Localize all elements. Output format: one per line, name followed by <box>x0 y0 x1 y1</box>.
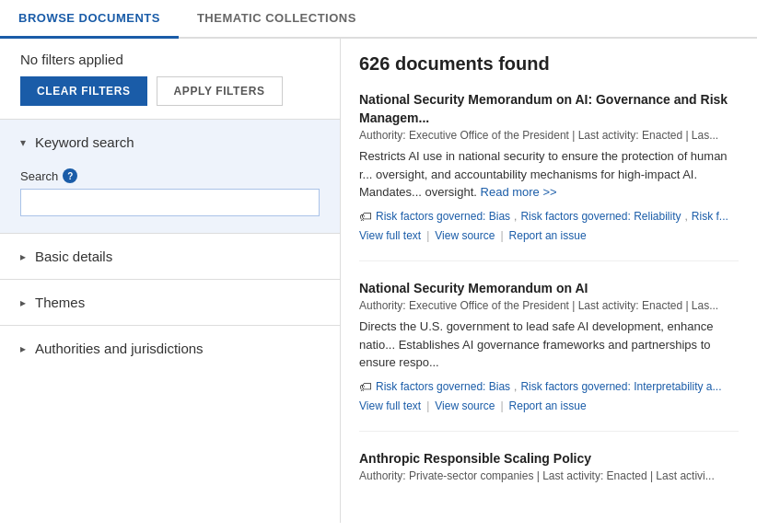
search-help-icon[interactable]: ? <box>63 168 77 183</box>
doc-meta: Authority: Executive Office of the Presi… <box>359 299 739 312</box>
keyword-search-section: ▾ Keyword search Search ? <box>0 119 340 233</box>
tab-browse-documents[interactable]: Browse Documents <box>0 0 179 39</box>
doc-actions: View full text | View source | Report an… <box>359 399 739 412</box>
authorities-label: Authorities and jurisdictions <box>35 341 204 356</box>
search-input[interactable] <box>20 189 320 216</box>
doc-title: National Security Memorandum on AI: Gove… <box>359 91 739 127</box>
themes-chevron-icon: ▸ <box>20 296 26 309</box>
tag-link[interactable]: Risk factors governed: Reliability <box>520 210 681 223</box>
doc-desc: Restricts AI use in national security to… <box>359 147 739 202</box>
themes-header[interactable]: ▸ Themes <box>0 280 340 325</box>
filter-buttons: CLEAR FILTERS APPLY FILTERS <box>0 76 340 119</box>
clear-filters-button[interactable]: CLEAR FILTERS <box>20 76 147 106</box>
basic-details-section: ▸ Basic details <box>0 233 340 279</box>
report-issue-link[interactable]: Report an issue <box>509 229 587 242</box>
tag-link[interactable]: Risk factors governed: Bias <box>376 210 510 223</box>
report-issue-link[interactable]: Report an issue <box>509 399 587 412</box>
document-item: National Security Memorandum on AI: Gove… <box>359 91 739 261</box>
results-count: 626 documents found <box>359 53 739 75</box>
basic-details-label: Basic details <box>35 249 112 264</box>
tag-icon: 🏷 <box>359 379 372 394</box>
authorities-header[interactable]: ▸ Authorities and jurisdictions <box>0 326 340 371</box>
keyword-search-header[interactable]: ▾ Keyword search <box>0 120 340 159</box>
doc-actions: View full text | View source | Report an… <box>359 229 739 242</box>
view-full-text-link[interactable]: View full text <box>359 399 421 412</box>
results-panel: 626 documents found National Security Me… <box>341 39 757 523</box>
document-item: Anthropic Responsible Scaling Policy Aut… <box>359 450 739 507</box>
themes-label: Themes <box>35 295 85 310</box>
tag-link[interactable]: Risk factors governed: Interpretability … <box>520 380 721 393</box>
doc-desc: Directs the U.S. government to lead safe… <box>359 318 739 372</box>
authorities-chevron-icon: ▸ <box>20 342 26 355</box>
main-layout: No filters applied CLEAR FILTERS APPLY F… <box>0 39 757 523</box>
search-label-text: Search <box>20 169 58 183</box>
keyword-search-body: Search ? <box>0 159 340 233</box>
themes-section: ▸ Themes <box>0 279 340 325</box>
search-field-label: Search ? <box>20 168 320 183</box>
doc-title: National Security Memorandum on AI <box>359 280 739 298</box>
tab-thematic-collections[interactable]: Thematic Collections <box>179 0 375 39</box>
basic-details-header[interactable]: ▸ Basic details <box>0 234 340 279</box>
doc-tags: 🏷 Risk factors governed: Bias , Risk fac… <box>359 379 739 394</box>
read-more-link[interactable]: Read more >> <box>481 185 557 199</box>
basic-details-chevron-icon: ▸ <box>20 250 26 263</box>
sidebar: No filters applied CLEAR FILTERS APPLY F… <box>0 39 341 523</box>
document-item: National Security Memorandum on AI Autho… <box>359 280 739 432</box>
doc-title: Anthropic Responsible Scaling Policy <box>359 450 739 468</box>
tag-icon: 🏷 <box>359 209 372 224</box>
view-source-link[interactable]: View source <box>435 399 495 412</box>
view-full-text-link[interactable]: View full text <box>359 229 421 242</box>
doc-tags: 🏷 Risk factors governed: Bias , Risk fac… <box>359 209 739 224</box>
doc-meta: Authority: Executive Office of the Presi… <box>359 129 739 142</box>
apply-filters-button[interactable]: APPLY FILTERS <box>157 76 283 106</box>
keyword-chevron-icon: ▾ <box>20 136 26 149</box>
keyword-search-label: Keyword search <box>35 134 134 150</box>
tab-bar: Browse Documents Thematic Collections <box>0 0 757 39</box>
view-source-link[interactable]: View source <box>435 229 495 242</box>
filter-status: No filters applied <box>0 39 340 76</box>
doc-meta: Authority: Private-sector companies | La… <box>359 469 739 482</box>
tag-link[interactable]: Risk f... <box>692 210 728 223</box>
authorities-section: ▸ Authorities and jurisdictions <box>0 325 340 371</box>
tag-link[interactable]: Risk factors governed: Bias <box>376 380 510 393</box>
